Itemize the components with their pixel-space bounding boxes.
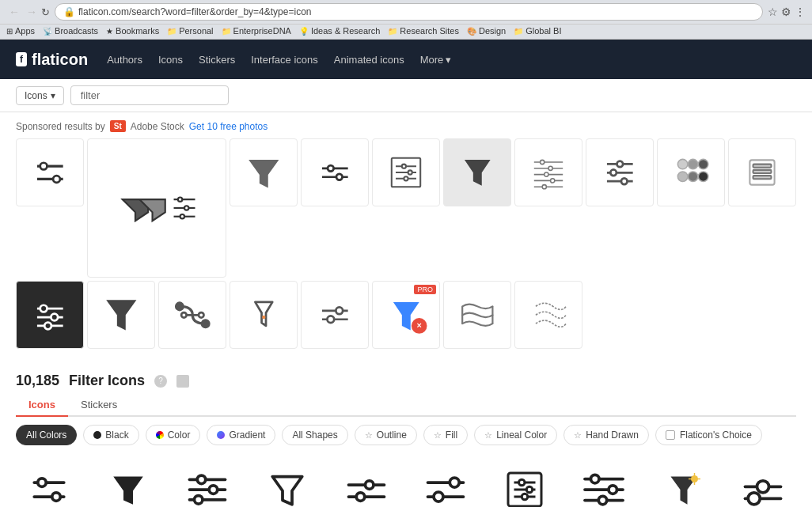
- svg-point-44: [698, 172, 708, 181]
- thumb-5[interactable]: [372, 138, 440, 206]
- thumb-2[interactable]: [87, 138, 226, 278]
- thumb-11[interactable]: [16, 281, 84, 349]
- back-button[interactable]: ←: [6, 6, 22, 18]
- nav-more[interactable]: More ▾: [420, 54, 452, 66]
- icon-item-sliders2[interactable]: [174, 458, 241, 507]
- tab-icons[interactable]: Icons: [16, 394, 68, 417]
- filter-flaticons-choice[interactable]: Flaticon's Choice: [655, 425, 762, 445]
- thumb-3[interactable]: [230, 138, 298, 206]
- bookmark-apps[interactable]: ⊞ Apps: [6, 26, 35, 36]
- svg-marker-10: [249, 160, 279, 187]
- folder-icon-enterprise: 📁: [222, 27, 231, 36]
- bookmark-enterprisedna[interactable]: 📁 EnterpriseDNA: [222, 26, 291, 36]
- extensions-button[interactable]: ⚙: [781, 6, 791, 18]
- help-icon[interactable]: ?: [154, 375, 167, 388]
- svg-point-96: [527, 486, 533, 493]
- icon-item-funnel1[interactable]: [95, 458, 161, 507]
- icon-item-sliders4[interactable]: [412, 458, 479, 507]
- filter-all-shapes[interactable]: All Shapes: [282, 425, 347, 445]
- search-type-button[interactable]: Icons ▾: [16, 86, 64, 105]
- logo[interactable]: f flaticon: [16, 51, 88, 69]
- svg-point-52: [40, 305, 47, 312]
- bookmark-research[interactable]: 📁 Research Sites: [388, 26, 459, 36]
- nav-interface-icons[interactable]: Interface icons: [251, 54, 318, 66]
- filter-flaticons-choice-label: Flaticon's Choice: [680, 429, 752, 441]
- filter-fill[interactable]: ☆ Fill: [423, 425, 468, 445]
- nav-authors[interactable]: Authors: [107, 54, 142, 66]
- thumb-12[interactable]: [87, 281, 155, 349]
- thumb-9[interactable]: [657, 138, 725, 206]
- filter-all-colors[interactable]: All Colors: [16, 425, 77, 445]
- bookmark-globalbi[interactable]: 📁 Global BI: [514, 26, 561, 36]
- menu-button[interactable]: ⋮: [795, 6, 806, 18]
- results-header: 10,185 Filter Icons ?: [16, 373, 796, 389]
- thumb-7[interactable]: [514, 138, 582, 206]
- icon-item-funnel3[interactable]: [651, 458, 717, 507]
- tab-stickers[interactable]: Stickers: [68, 394, 130, 417]
- adobe-link[interactable]: Get 10 free photos: [189, 121, 268, 132]
- svg-marker-75: [114, 477, 144, 505]
- thumb-10[interactable]: [728, 138, 796, 206]
- thumb-16[interactable]: PRO ×: [372, 281, 440, 349]
- icon-item-funnel2[interactable]: [254, 458, 321, 507]
- thumb-18[interactable]: [514, 281, 582, 349]
- fill-star-icon: ☆: [434, 430, 442, 441]
- thumb-13[interactable]: [158, 281, 226, 349]
- svg-point-95: [519, 479, 526, 486]
- bookmark-broadcasts-label: Broadcasts: [55, 26, 98, 36]
- bookmark-design[interactable]: 🎨 Design: [467, 26, 506, 36]
- outline-star-icon: ☆: [365, 430, 373, 441]
- filter-black-label: Black: [105, 429, 128, 441]
- thumb-17[interactable]: [443, 281, 511, 349]
- nav-animated-icons[interactable]: Animated icons: [334, 54, 404, 66]
- bookmark-apps-label: Apps: [15, 26, 35, 36]
- icon-item-sliders6[interactable]: [730, 458, 796, 507]
- thumb-1[interactable]: [16, 138, 84, 206]
- filter-gradient[interactable]: Gradient: [207, 425, 275, 445]
- svg-point-59: [181, 312, 187, 318]
- bookmark-star-button[interactable]: ☆: [768, 6, 778, 18]
- thumb-14[interactable]: [230, 281, 298, 349]
- folder-icon-globalbi: 📁: [514, 27, 523, 36]
- bookmark-bookmarks[interactable]: ★ Bookmarks: [106, 26, 159, 36]
- refresh-button[interactable]: ↻: [41, 6, 50, 18]
- forward-button[interactable]: →: [24, 6, 40, 18]
- bookmark-broadcasts[interactable]: 📡 Broadcasts: [43, 26, 98, 36]
- svg-point-38: [621, 178, 628, 184]
- icon-item-sliders5[interactable]: [571, 458, 637, 507]
- svg-point-113: [748, 493, 760, 505]
- bookmark-globalbi-label: Global BI: [526, 26, 561, 36]
- thumb-8[interactable]: [586, 138, 654, 206]
- folder-icon-research: 📁: [388, 27, 397, 36]
- bookmark-ideas[interactable]: 💡 Ideas & Research: [299, 26, 380, 36]
- svg-point-61: [262, 316, 265, 319]
- icon-item-sliders1[interactable]: [16, 458, 82, 507]
- filter-color[interactable]: Color: [146, 425, 201, 445]
- svg-rect-48: [753, 176, 772, 179]
- filter-black[interactable]: Black: [83, 425, 138, 445]
- search-type-label: Icons: [25, 90, 47, 101]
- svg-point-102: [609, 486, 617, 494]
- bookmark-personal[interactable]: 📁 Personal: [167, 26, 213, 36]
- sponsored-thumbnails: PRO ×: [16, 138, 796, 349]
- icon-item-boxlist[interactable]: [491, 458, 558, 507]
- address-bar[interactable]: 🔒 flaticon.com/search?word=filter&order_…: [55, 3, 763, 21]
- thumb-4[interactable]: [301, 138, 369, 206]
- filter-hand-drawn[interactable]: ☆ Hand Drawn: [563, 425, 649, 445]
- svg-marker-82: [272, 477, 302, 505]
- svg-point-40: [688, 159, 697, 168]
- thumb-6[interactable]: [443, 138, 511, 206]
- search-input[interactable]: [70, 85, 229, 105]
- sponsored-prefix: Sponsored results by: [16, 121, 105, 132]
- nav-icons[interactable]: Icons: [158, 54, 183, 66]
- svg-point-39: [677, 159, 687, 168]
- filter-lineal-color[interactable]: ☆ Lineal Color: [474, 425, 557, 445]
- browser-chrome: ← → ↻ 🔒 flaticon.com/search?word=filter&…: [0, 0, 812, 25]
- nav-stickers[interactable]: Stickers: [199, 54, 235, 66]
- icon-item-sliders3[interactable]: [333, 458, 400, 507]
- svg-point-86: [356, 493, 365, 501]
- thumb-15[interactable]: [301, 281, 369, 349]
- filter-outline[interactable]: ☆ Outline: [355, 425, 417, 445]
- view-icon[interactable]: [176, 375, 189, 388]
- logo-text: flaticon: [32, 51, 88, 69]
